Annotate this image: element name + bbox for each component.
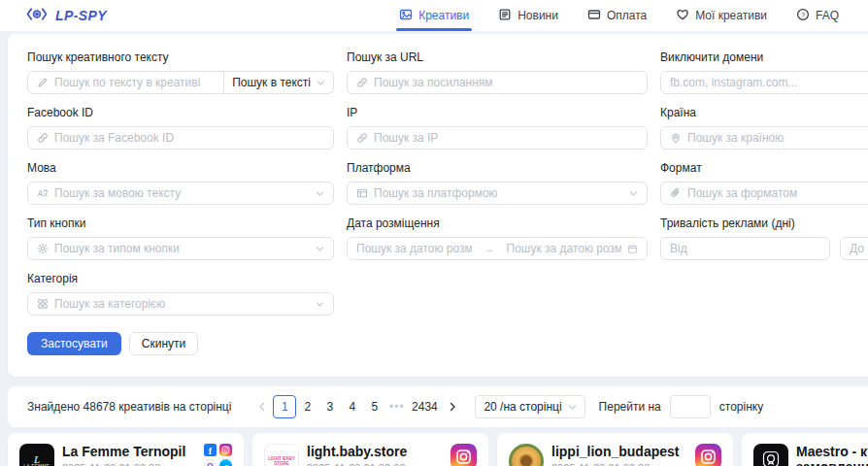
field-format: Формат [660, 161, 868, 205]
field-country: Країна [660, 106, 868, 150]
card-title[interactable]: La Femme Ternopil [62, 444, 196, 459]
creative-card[interactable]: lippi_lion_budapest 2025-11-20 21:02:03 … [497, 433, 733, 466]
range-arrow-icon: → [478, 242, 501, 255]
duration-from-input[interactable] [670, 242, 820, 255]
date-from-placeholder[interactable]: Пошук за датою розміщення [356, 242, 472, 255]
facebook-id-input[interactable] [54, 131, 324, 145]
lion-emblem [520, 455, 532, 466]
field-label: Тривалість реклами (дні) [660, 216, 868, 230]
nav-label: Новини [517, 9, 558, 22]
date-to-placeholder[interactable]: Пошук за датою розміщення [507, 242, 622, 255]
field-label: Тип кнопки [27, 216, 334, 230]
country-input[interactable] [687, 131, 868, 145]
field-ip: IP [347, 106, 648, 150]
results-summary: Знайдено 48678 креативів на сторінці [27, 400, 231, 414]
paperclip-icon [670, 187, 682, 199]
goto-page: Перейти на сторінку [599, 395, 764, 418]
language-input[interactable] [54, 186, 310, 200]
creative-text-mode-value: Пошук в тексті [232, 76, 311, 89]
field-language: Мова [27, 161, 334, 205]
chevron-right-icon[interactable] [441, 395, 463, 418]
link-icon [356, 77, 368, 88]
filter-panel: Пошук креативного тексту Пошук в тексті [8, 34, 868, 377]
eye-logo-icon [25, 6, 49, 26]
field-label: IP [347, 106, 648, 119]
field-label: Категорія [27, 272, 334, 285]
platform-select[interactable] [347, 182, 648, 205]
field-label: Пошук за URL [347, 50, 648, 64]
page-button-last[interactable]: 2434 [408, 395, 441, 418]
duration-to-input[interactable] [850, 242, 868, 255]
field-category: Категорія [27, 272, 334, 316]
field-label: Виключити домени [660, 50, 868, 64]
nav-item-creatives[interactable]: Креативи [399, 0, 469, 31]
card-icon [587, 8, 601, 24]
calendar-icon [627, 244, 638, 254]
field-duration: Тривалість реклами (дні) [660, 216, 868, 260]
page-button[interactable]: 1 [273, 395, 296, 418]
page-button[interactable]: 2 [296, 395, 318, 418]
nav-item-faq[interactable]: ? FAQ [796, 0, 839, 31]
creative-card[interactable]: LIGHT BABY STORE light.baby.store 2025-1… [252, 433, 488, 466]
platform-input[interactable] [374, 186, 623, 200]
button-type-select[interactable] [27, 237, 334, 260]
avatar-label: LIGHT BABY STORE [265, 456, 298, 466]
page-button[interactable]: 3 [318, 395, 341, 418]
page-button[interactable]: 5 [363, 395, 385, 418]
nav-item-news[interactable]: Новини [498, 0, 558, 31]
creative-card[interactable]: L LA FEMME La Femme Ternopil 2025-11-20 … [8, 433, 244, 466]
field-label: Мова [27, 161, 334, 175]
field-exclude-domains: Виключити домени [660, 50, 868, 94]
date-range-picker[interactable]: Пошук за датою розміщення → Пошук за дат… [347, 237, 648, 260]
chevron-down-icon [316, 300, 324, 308]
brand-logo[interactable]: LP-SPY [25, 6, 107, 26]
window-icon [356, 187, 368, 199]
avatar-monogram: L [34, 454, 40, 464]
creative-card[interactable]: Maestro - кухні, ме замовлення в Ужго 20… [742, 433, 868, 466]
creative-text-mode-select[interactable]: Пошук в тексті [224, 71, 334, 94]
card-title-line: Maestro - кухні, ме [796, 444, 868, 459]
reset-button[interactable]: Скинути [129, 332, 198, 355]
nav-item-my-creatives[interactable]: Мої креативи [676, 0, 767, 31]
field-facebook-id: Facebook ID [27, 106, 334, 150]
chevron-left-icon[interactable] [250, 395, 273, 418]
news-icon [498, 8, 512, 24]
field-label: Дата розміщення [347, 216, 648, 230]
card-date: 2025-11-20 21:02:03 [307, 462, 443, 466]
chevron-down-icon [568, 403, 577, 411]
audience-network-icon [204, 459, 217, 466]
link-icon [37, 132, 49, 144]
messenger-icon [219, 459, 232, 466]
category-select[interactable] [27, 292, 334, 316]
card-date: 2025-11-20 21:02:03 [551, 462, 687, 466]
badge-emblem-icon [761, 449, 781, 466]
pagination-ellipsis: ••• [385, 395, 408, 418]
field-label: Facebook ID [27, 106, 334, 119]
chevron-down-icon [316, 245, 324, 252]
language-select[interactable] [27, 182, 334, 205]
chevron-down-icon [317, 79, 325, 86]
url-input[interactable] [374, 76, 638, 89]
creative-text-input[interactable] [54, 76, 215, 89]
instagram-icon [451, 444, 477, 466]
card-title[interactable]: light.baby.store [307, 444, 443, 459]
nav-item-payment[interactable]: Оплата [587, 0, 647, 31]
ip-input[interactable] [374, 131, 638, 145]
page-size-value: 20 /на сторінці [484, 400, 561, 414]
card-title[interactable]: lippi_lion_budapest [551, 444, 687, 459]
format-select[interactable] [660, 182, 868, 205]
format-input[interactable] [687, 186, 868, 200]
apply-button[interactable]: Застосувати [27, 332, 121, 355]
button-type-input[interactable] [54, 242, 310, 255]
field-platform: Платформа [347, 161, 648, 205]
avatar [509, 444, 544, 466]
gear-icon [37, 243, 49, 254]
exclude-domains-input[interactable] [670, 76, 868, 89]
page-size-select[interactable]: 20 /на сторінці [475, 395, 584, 418]
avatar: LIGHT BABY STORE [264, 444, 299, 466]
page-button[interactable]: 4 [341, 395, 363, 418]
category-input[interactable] [54, 297, 310, 311]
goto-page-input[interactable] [670, 395, 711, 418]
results-bar: Знайдено 48678 креативів на сторінці 1 2… [8, 386, 868, 427]
card-title[interactable]: Maestro - кухні, ме замовлення в Ужго [796, 444, 868, 466]
